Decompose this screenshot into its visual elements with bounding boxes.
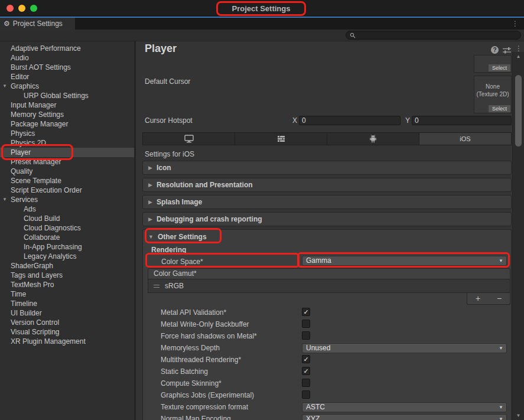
sidebar-item-tags-and-layers[interactable]: Tags and Layers [0, 271, 134, 280]
platform-tab-ios[interactable]: iOS [419, 133, 511, 145]
sidebar-item-graphics[interactable]: ▼Graphics [0, 82, 134, 91]
android-icon [369, 135, 377, 143]
sidebar-item-cloud-build[interactable]: Cloud Build [0, 214, 134, 223]
server-icon [277, 135, 285, 142]
sidebar-item-package-manager[interactable]: Package Manager [0, 119, 134, 129]
help-icon[interactable]: ? [491, 46, 499, 54]
foldout-closed-icon: ▶ [148, 216, 152, 222]
sidebar-item-services[interactable]: ▼Services [0, 195, 134, 204]
foldout-open-icon: ▼ [148, 234, 154, 240]
sidebar-item-label: Ads [24, 205, 36, 213]
sidebar-item-timeline[interactable]: Timeline [0, 299, 134, 308]
hotspot-x-label: X [292, 116, 297, 125]
dropdown[interactable]: Unused▼ [302, 343, 507, 353]
sidebar-item-ads[interactable]: Ads [0, 204, 134, 214]
color-gamut-item[interactable]: sRGB [148, 279, 510, 293]
sidebar-item-urp-global-settings[interactable]: URP Global Settings [0, 91, 134, 100]
player-settings-panel: Player ? ⋮ Select Default Cursor None (T… [136, 41, 524, 420]
sidebar-item-physics-2d[interactable]: Physics 2D [0, 138, 134, 148]
section-debugging-and-crash-reporting[interactable]: ▶Debugging and crash reporting [142, 212, 512, 226]
sidebar-item-preset-manager[interactable]: Preset Manager [0, 157, 134, 167]
checkbox[interactable] [302, 379, 310, 387]
default-icon-slot[interactable]: Select [474, 55, 512, 73]
sidebar-item-scene-template[interactable]: Scene Template [0, 176, 134, 185]
scrollbar-thumb[interactable] [515, 75, 522, 146]
sidebar-item-label: Preset Manager [11, 158, 61, 166]
sidebar-item-version-control[interactable]: Version Control [0, 318, 134, 327]
color-space-value: Gamma [306, 256, 331, 265]
zoom-button[interactable] [30, 5, 37, 12]
sidebar-item-time[interactable]: Time [0, 289, 134, 299]
sidebar: Adaptive PerformanceAudioBurst AOT Setti… [0, 41, 134, 420]
section-resolution-and-presentation[interactable]: ▶Resolution and Presentation [142, 178, 512, 192]
sidebar-item-textmesh-pro[interactable]: TextMesh Pro [0, 280, 134, 289]
scrollbar[interactable]: ▲ ▼ [512, 52, 524, 420]
section-splash-image[interactable]: ▶Splash Image [142, 195, 512, 209]
section-label: Resolution and Presentation [157, 181, 253, 189]
sidebar-item-adaptive-performance[interactable]: Adaptive Performance [0, 44, 134, 53]
setting-row-metal-write-only-backbuffer: Metal Write-Only Backbuffer [143, 318, 506, 330]
sidebar-item-label: URP Global Settings [24, 92, 89, 100]
dropdown[interactable]: XYZ▼ [302, 414, 507, 420]
sidebar-item-xr-plugin-management[interactable]: XR Plugin Management [0, 337, 134, 346]
other-settings-header[interactable]: ▼ Other Settings [143, 230, 511, 244]
sidebar-item-physics[interactable]: Physics [0, 129, 134, 138]
sidebar-item-cloud-diagnostics[interactable]: Cloud Diagnostics [0, 223, 134, 233]
sidebar-item-audio[interactable]: Audio [0, 53, 134, 63]
minimize-button[interactable] [18, 5, 25, 12]
sidebar-item-collaborate[interactable]: Collaborate [0, 233, 134, 242]
checkbox[interactable]: ✓ [302, 367, 310, 375]
panel-menu-icon[interactable]: ⋮ [515, 44, 523, 53]
remove-button[interactable]: − [489, 293, 510, 304]
drag-handle-icon[interactable] [154, 285, 160, 288]
macos-titlebar [0, 0, 524, 17]
sidebar-item-burst-aot-settings[interactable]: Burst AOT Settings [0, 63, 134, 72]
sidebar-item-legacy-analytics[interactable]: Legacy Analytics [0, 252, 134, 261]
scroll-down-icon[interactable]: ▼ [513, 413, 524, 418]
sidebar-item-in-app-purchasing[interactable]: In-App Purchasing [0, 242, 134, 252]
foldout-open-icon[interactable]: ▼ [2, 195, 7, 204]
search-input[interactable] [346, 31, 521, 40]
cursor-select-button[interactable]: Select [489, 105, 510, 112]
sidebar-item-quality[interactable]: Quality [0, 167, 134, 176]
checkbox[interactable]: ✓ [302, 355, 310, 363]
sidebar-item-input-manager[interactable]: Input Manager [0, 100, 134, 110]
sidebar-item-shadergraph[interactable]: ShaderGraph [0, 261, 134, 271]
sidebar-item-label: Adaptive Performance [11, 44, 81, 53]
sidebar-item-ui-builder[interactable]: UI Builder [0, 308, 134, 318]
tab-project-settings[interactable]: ⚙ Project Settings [0, 18, 75, 30]
section-label: Debugging and crash reporting [157, 215, 262, 223]
default-cursor-slot[interactable]: None (Texture 2D) Select [474, 76, 512, 113]
dropdown[interactable]: ASTC▼ [302, 402, 507, 412]
sidebar-item-script-execution-order[interactable]: Script Execution Order [0, 185, 134, 195]
hotspot-x-field[interactable]: 0 [299, 116, 401, 125]
platform-tab-server[interactable] [235, 133, 327, 145]
sidebar-item-editor[interactable]: Editor [0, 72, 134, 82]
sidebar-item-memory-settings[interactable]: Memory Settings [0, 110, 134, 119]
add-button[interactable]: + [467, 293, 489, 304]
sidebar-item-label: Graphics [11, 82, 39, 90]
section-icon[interactable]: ▶Icon [142, 161, 512, 175]
sidebar-item-player[interactable]: Player [0, 148, 134, 157]
setting-label: Multithreaded Rendering* [161, 356, 241, 364]
sidebar-item-visual-scripting[interactable]: Visual Scripting [0, 327, 134, 337]
desktop-icon [184, 135, 194, 143]
dropdown-value: Unused [306, 344, 330, 352]
platform-tab-desktop[interactable] [143, 133, 235, 145]
presets-icon[interactable] [503, 47, 511, 54]
close-button[interactable] [6, 5, 14, 12]
checkbox[interactable] [302, 331, 310, 340]
color-space-dropdown[interactable]: Gamma ▼ [302, 256, 507, 266]
checkbox[interactable]: ✓ [302, 308, 310, 316]
icon-select-button[interactable]: Select [489, 64, 510, 71]
scroll-up-icon[interactable]: ▲ [513, 54, 524, 59]
tab-menu-icon[interactable]: ⋮ [512, 19, 519, 28]
sidebar-item-label: Memory Settings [11, 110, 64, 119]
platform-tab-android[interactable] [327, 133, 419, 145]
checkbox[interactable] [302, 390, 310, 399]
sidebar-item-label: Collaborate [24, 233, 60, 242]
hotspot-y-field[interactable]: 0 [412, 116, 512, 125]
foldout-open-icon[interactable]: ▼ [2, 82, 7, 91]
setting-row-force-hard-shadows-on-metal: Force hard shadows on Metal* [143, 330, 506, 342]
checkbox[interactable] [302, 320, 310, 328]
